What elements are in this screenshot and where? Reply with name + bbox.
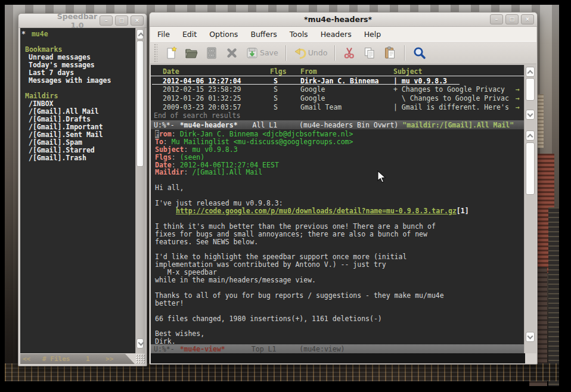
- cut-button[interactable]: [339, 44, 359, 62]
- speedbar-item-trash[interactable]: /[Gmail].Trash: [20, 154, 135, 161]
- speedbar-item-todays-messages[interactable]: Today's messages: [20, 61, 135, 69]
- row-subject: + Changes to Google Privacy: [393, 85, 505, 94]
- scroll-up-button[interactable]: [136, 29, 144, 39]
- scrollbar-thumb[interactable]: [136, 41, 144, 167]
- download-link[interactable]: http://code.google.com/p/mu0/downloads/d…: [176, 207, 457, 215]
- scroll-up-button[interactable]: [526, 130, 535, 141]
- speedbar-item-all-mail[interactable]: /[Gmail].All Mail: [20, 107, 135, 115]
- emacs-titlebar[interactable]: *mu4e-headers* – □ ×: [150, 13, 537, 27]
- speedbar-item-starred[interactable]: /[Gmail].Starred: [20, 146, 135, 154]
- mode-line-view[interactable]: U:%*- *mu4e-view* Top L1 (mu4e:view): [151, 344, 524, 353]
- header-row[interactable]: 2009-03-23 20:03:57 S Gmail Team | Gmail…: [151, 102, 524, 111]
- menu-options[interactable]: Options: [209, 30, 238, 39]
- message-body-intro: Hi all, I've just released mu v0.9.8.3:: [155, 176, 524, 207]
- paste-clipboard-icon: [383, 46, 397, 60]
- speedbar-item-inbox[interactable]: /INBOX: [20, 99, 135, 107]
- header-row[interactable]: 2012-02-15 23:58:29 S Google + Changes t…: [151, 85, 524, 94]
- resize-grip[interactable]: [525, 353, 536, 363]
- speedbar-item-spam[interactable]: /[Gmail].Spam: [20, 138, 135, 146]
- menu-bar: File Edit Options Buffers Tools Headers …: [150, 27, 536, 41]
- scroll-down-button[interactable]: [526, 332, 535, 342]
- save-button[interactable]: Save: [242, 44, 281, 62]
- truncation-arrow-icon: →: [516, 103, 520, 111]
- speedbar-item-last-7-days[interactable]: Last 7 days: [20, 69, 135, 76]
- maximize-button[interactable]: □: [115, 15, 128, 26]
- view-scrollbar-thumb[interactable]: [526, 142, 535, 195]
- menu-edit[interactable]: Edit: [182, 30, 197, 39]
- speedbar-item-sent-mail[interactable]: /[Gmail].Sent Mail: [20, 130, 135, 138]
- speedbar-item-messages-with-images[interactable]: Messages with images: [20, 76, 135, 84]
- field-value-date: 2012-04-06T12:27:04 EEST: [180, 161, 279, 169]
- menu-buffers[interactable]: Buffers: [250, 30, 277, 39]
- undo-button[interactable]: Undo: [290, 44, 331, 62]
- menu-file[interactable]: File: [157, 30, 170, 39]
- modeline-search-query: "maildir:/[Gmail].All Mail": [402, 121, 514, 129]
- toolbar-separator: [404, 45, 405, 61]
- copy-button[interactable]: [359, 44, 380, 62]
- column-from[interactable]: From: [300, 67, 317, 76]
- truncation-arrow-icon: →: [516, 85, 520, 94]
- delete-button[interactable]: [222, 44, 242, 62]
- resize-grip[interactable]: [135, 354, 145, 364]
- close-button[interactable]: ×: [131, 15, 144, 26]
- row-date: 2012-01-26 01:32:25: [163, 94, 241, 102]
- echo-area[interactable]: [151, 353, 525, 363]
- row-from: Gmail Team: [300, 103, 342, 111]
- headers-scrollbar-thumb[interactable]: [526, 78, 535, 101]
- new-file-button[interactable]: [161, 44, 181, 62]
- scroll-down-button[interactable]: [526, 110, 535, 120]
- row-flags: S: [274, 85, 278, 94]
- speedbar-item-important[interactable]: /[Gmail].Important: [20, 123, 135, 130]
- minimize-button[interactable]: –: [100, 15, 113, 26]
- emacs-window: *mu4e-headers* – □ × File Edit Options B…: [149, 12, 538, 365]
- header-row-selected[interactable]: 2012-04-06 12:27:04 S Dirk-Jan C. Binnem…: [151, 76, 524, 85]
- column-flags[interactable]: Flgs: [270, 67, 287, 76]
- speedbar-group-maildirs: Maildirs: [20, 92, 135, 99]
- close-button[interactable]: ×: [521, 14, 534, 24]
- menu-tools[interactable]: Tools: [290, 30, 308, 39]
- modeline-coding-flags: U:%*-: [154, 121, 175, 129]
- minimize-button[interactable]: –: [490, 14, 503, 24]
- paste-button[interactable]: [380, 44, 400, 62]
- toolbar-drag-handle[interactable]: [154, 43, 157, 63]
- speedbar-item-drafts[interactable]: /[Gmail].Drafts: [20, 115, 135, 123]
- open-folder-icon: [184, 46, 198, 60]
- link-footnote-ref: [1]: [457, 207, 469, 215]
- file-cabinet-button[interactable]: [201, 44, 222, 62]
- scroll-up-button[interactable]: [526, 67, 535, 77]
- save-icon: [245, 46, 259, 60]
- speedbar-root-label[interactable]: mu4e: [32, 30, 48, 38]
- field-value-flags: (seen): [180, 153, 205, 161]
- scissors-icon: [342, 46, 356, 60]
- field-value-subject: mu v0.9.8.3: [192, 145, 237, 154]
- maximize-button[interactable]: □: [505, 14, 519, 24]
- undo-icon: [293, 46, 308, 60]
- file-cabinet-icon: [204, 46, 219, 60]
- toolbar-separator: [334, 45, 335, 61]
- speedbar-titlebar[interactable]: Speedbar 1.0 – □ ×: [18, 14, 147, 28]
- speedbar-item-unread-messages[interactable]: Unread messages: [20, 53, 135, 61]
- message-body-text: I think it's much better than the previo…: [155, 215, 524, 344]
- truncation-star: *: [21, 30, 26, 38]
- row-date: 2012-04-06 12:27:04: [163, 77, 241, 85]
- speedbar-statusbar: << # Files 1 >>: [20, 354, 135, 364]
- header-row[interactable]: 2012-01-26 01:32:25 S Google \ Changes t…: [151, 94, 524, 102]
- row-subject: | mu v0.9.8.3: [393, 77, 447, 85]
- row-from: Google: [300, 85, 325, 94]
- menu-headers[interactable]: Headers: [321, 30, 352, 39]
- speedbar-scrollbar[interactable]: [135, 28, 145, 353]
- search-button[interactable]: [409, 44, 430, 62]
- column-subject[interactable]: Subject: [393, 67, 422, 76]
- row-flags: S: [274, 103, 278, 111]
- scroll-down-button[interactable]: [136, 338, 144, 349]
- speedbar-window-title: Speedbar 1.0: [57, 12, 97, 30]
- end-of-search-results: End of search results: [151, 111, 524, 120]
- menu-help[interactable]: Help: [364, 30, 381, 39]
- open-folder-button[interactable]: [181, 44, 201, 62]
- mode-line-headers[interactable]: U:%*- *mu4e-headers* All L1 (mu4e-header…: [151, 120, 524, 129]
- wallpaper-building: [548, 207, 559, 386]
- speedbar-root-line[interactable]: *mu4e: [20, 30, 135, 38]
- column-date[interactable]: Date: [163, 67, 179, 76]
- mu4e-view-pane: FromDirk-Jan C. Binnema <djcb@djcbsoftwa…: [151, 129, 524, 344]
- search-icon: [412, 45, 427, 61]
